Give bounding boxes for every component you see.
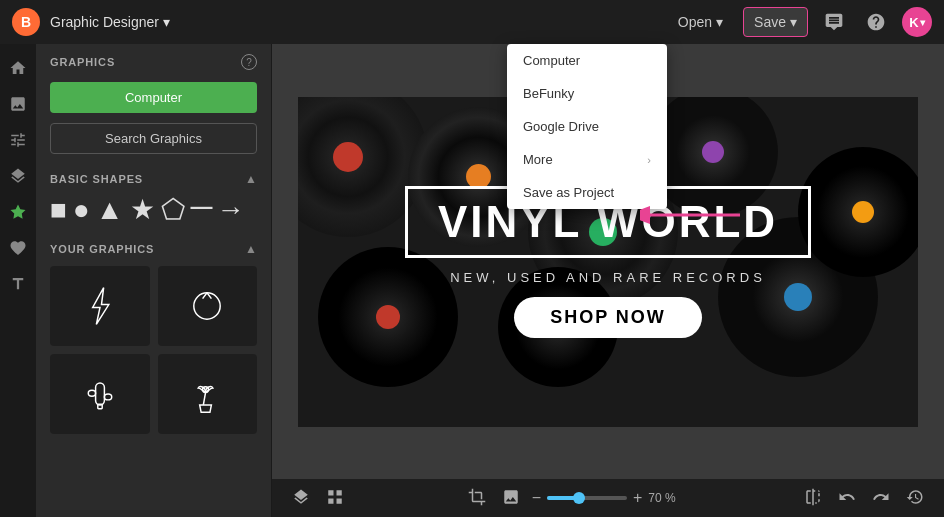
chat-icon-button[interactable] (818, 6, 850, 38)
graphics-grid (36, 262, 271, 444)
graphic-item-circle-arrow[interactable] (158, 266, 258, 346)
graphic-item-lightning[interactable] (50, 266, 150, 346)
svg-marker-1 (92, 288, 108, 325)
shop-now-button[interactable]: SHOP NOW (514, 297, 702, 338)
dropdown-item-save-as-project[interactable]: Save as Project (507, 176, 667, 209)
zoom-control: − + 70 % (532, 489, 685, 507)
canvas-subtitle: NEW, USED AND RARE RECORDS (450, 270, 766, 285)
toolbar-left (288, 486, 348, 511)
toolbar-right (800, 486, 928, 511)
svg-rect-5 (104, 394, 111, 400)
line-shape[interactable]: — (191, 196, 211, 224)
chevron-right-icon: › (647, 154, 651, 166)
history-icon[interactable] (902, 486, 928, 511)
open-button[interactable]: Open ▾ (668, 8, 733, 36)
graphics-chevron-icon: ▲ (245, 242, 257, 256)
dropdown-item-google-drive[interactable]: Google Drive (507, 110, 667, 143)
svg-rect-6 (98, 404, 102, 408)
grid-icon[interactable] (322, 486, 348, 511)
zoom-slider[interactable] (547, 496, 627, 500)
circle-shape[interactable]: ● (73, 196, 90, 224)
app-logo: B (12, 8, 40, 36)
svg-rect-4 (88, 390, 95, 396)
icon-bar-favorites[interactable] (4, 234, 32, 262)
dropdown-item-computer[interactable]: Computer (507, 44, 667, 77)
graphic-item-plant[interactable] (158, 354, 258, 434)
icon-bar-graphics[interactable] (4, 198, 32, 226)
undo-icon[interactable] (834, 486, 860, 511)
graphic-item-cactus[interactable] (50, 354, 150, 434)
layers-icon[interactable] (288, 486, 314, 511)
search-graphics-button[interactable]: Search Graphics (50, 123, 257, 154)
triangle-shape[interactable]: ▲ (96, 196, 124, 224)
shapes-grid: ■ ● ▲ ★ ⬠ — → (36, 192, 271, 234)
computer-button[interactable]: Computer (50, 82, 257, 113)
basic-shapes-header[interactable]: BASIC SHAPES ▲ (36, 164, 271, 192)
left-panel: GRAPHICS ? Computer Search Graphics BASI… (36, 44, 272, 517)
topbar: B Graphic Designer ▾ Open ▾ Save ▾ K ▾ (0, 0, 944, 44)
panel-header: GRAPHICS ? (36, 44, 271, 76)
dropdown-item-befunky[interactable]: BeFunky (507, 77, 667, 110)
svg-point-2 (194, 293, 220, 319)
redo-icon[interactable] (868, 486, 894, 511)
icon-bar-home[interactable] (4, 54, 32, 82)
crop-icon[interactable] (464, 486, 490, 511)
zoom-out-button[interactable]: − (532, 489, 541, 507)
shapes-chevron-icon: ▲ (245, 172, 257, 186)
chevron-down-icon: ▾ (790, 14, 797, 30)
svg-rect-3 (95, 383, 104, 405)
icon-bar-photos[interactable] (4, 90, 32, 118)
icon-bar-layers[interactable] (4, 162, 32, 190)
image-icon[interactable] (498, 486, 524, 511)
pentagon-shape[interactable]: ⬠ (161, 196, 185, 224)
star-shape[interactable]: ★ (130, 196, 155, 224)
app-name-button[interactable]: Graphic Designer ▾ (50, 14, 170, 30)
main-content: GRAPHICS ? Computer Search Graphics BASI… (0, 44, 944, 517)
user-avatar[interactable]: K ▾ (902, 7, 932, 37)
save-button[interactable]: Save ▾ (743, 7, 808, 37)
toolbar-center: − + 70 % (464, 486, 685, 511)
square-shape[interactable]: ■ (50, 196, 67, 224)
dropdown-item-more[interactable]: More › (507, 143, 667, 176)
icon-bar-text[interactable] (4, 270, 32, 298)
chevron-down-icon: ▾ (163, 14, 170, 30)
help-icon-button[interactable] (860, 6, 892, 38)
help-button[interactable]: ? (241, 54, 257, 70)
arrow-shape[interactable]: → (217, 196, 245, 224)
chevron-down-icon: ▾ (716, 14, 723, 30)
your-graphics-header[interactable]: YOUR GRAPHICS ▲ (36, 234, 271, 262)
icon-bar (0, 44, 36, 517)
chevron-down-icon: ▾ (920, 17, 925, 28)
icon-bar-adjust[interactable] (4, 126, 32, 154)
save-dropdown-menu: Computer BeFunky Google Drive More › Sav… (507, 44, 667, 209)
zoom-value: 70 % (648, 491, 684, 505)
flip-icon[interactable] (800, 486, 826, 511)
zoom-in-button[interactable]: + (633, 489, 642, 507)
panel-title: GRAPHICS (50, 56, 115, 68)
bottom-toolbar: − + 70 % (272, 479, 944, 517)
